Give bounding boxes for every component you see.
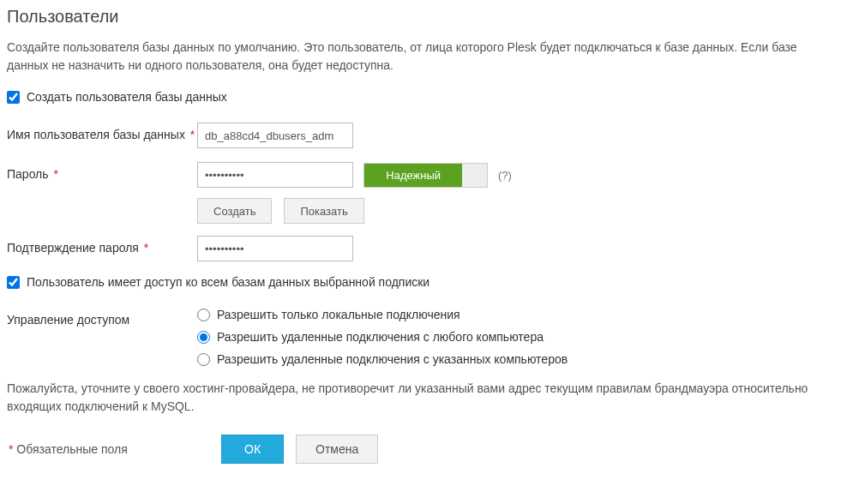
ok-button[interactable]: ОК (221, 435, 284, 464)
access-radio-any[interactable] (197, 331, 210, 344)
generate-button[interactable]: Создать (197, 198, 272, 224)
create-user-row: Создать пользователя базы данных (7, 90, 862, 104)
username-row: Имя пользователя базы данных * (7, 123, 862, 148)
all-db-label[interactable]: Пользователь имеет доступ ко всем базам … (27, 275, 429, 289)
help-icon[interactable]: (?) (498, 169, 512, 182)
username-input[interactable] (197, 123, 353, 148)
create-user-checkbox[interactable] (7, 91, 20, 104)
required-star: * (141, 241, 148, 255)
show-button[interactable]: Показать (284, 198, 363, 224)
password-row: Пароль * Надежный (?) (7, 162, 862, 188)
confirm-row: Подтверждение пароля * (7, 236, 862, 261)
firewall-note: Пожалуйста, уточните у своего хостинг-пр… (7, 380, 856, 416)
section-heading: Пользователи (7, 7, 862, 27)
password-strength-meter: Надежный (363, 163, 488, 188)
create-user-label[interactable]: Создать пользователя базы данных (27, 90, 227, 104)
all-db-checkbox[interactable] (7, 276, 20, 289)
access-label-local[interactable]: Разрешить только локальные подключения (217, 308, 460, 321)
required-star: * (187, 128, 195, 141)
password-label: Пароль * (7, 162, 197, 183)
access-control-row: Управление доступом Разрешить только лок… (7, 308, 862, 366)
cancel-button[interactable]: Отмена (296, 435, 378, 464)
form-footer: * Обязательные поля ОК Отмена (7, 435, 862, 464)
password-input[interactable] (197, 162, 353, 188)
access-radio-specific[interactable] (197, 353, 210, 366)
section-intro: Создайте пользователя базы данных по умо… (7, 39, 830, 75)
access-control-label: Управление доступом (7, 308, 197, 328)
required-star: * (51, 167, 58, 181)
username-label: Имя пользователя базы данных * (7, 123, 197, 143)
all-db-access-row: Пользователь имеет доступ ко всем базам … (7, 275, 862, 289)
password-buttons: Создать Показать (197, 198, 862, 224)
required-fields-note: * Обязательные поля (7, 442, 221, 456)
access-radio-local[interactable] (197, 309, 210, 321)
confirm-input[interactable] (197, 236, 353, 261)
access-radio-group: Разрешить только локальные подключения Р… (197, 308, 862, 366)
password-strength-label: Надежный (364, 164, 462, 187)
access-label-any[interactable]: Разрешить удаленные подключения с любого… (217, 330, 544, 344)
confirm-label: Подтверждение пароля * (7, 236, 197, 256)
access-label-specific[interactable]: Разрешить удаленные подключения с указан… (217, 352, 568, 366)
